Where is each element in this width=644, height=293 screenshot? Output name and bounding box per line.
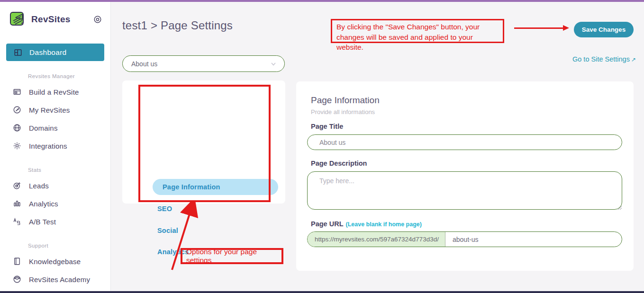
sidebar-item-ab-test[interactable]: A/B Test [0, 213, 110, 231]
tab-label: Page Information [163, 183, 220, 191]
sidebar-item-my-revsites[interactable]: My RevSites [0, 101, 110, 119]
chevron-down-icon [270, 61, 277, 67]
sidebar-item-revsites-academy[interactable]: RevSites Academy [0, 270, 110, 288]
app-window: RevSites Dashboard Revsites Manager [0, 0, 644, 293]
bar-chart-icon [13, 199, 21, 208]
sidebar-item-knowledgebase[interactable]: Knowledgebase [0, 252, 110, 270]
page-url-label: Page URL(Leave blank if home page) [311, 220, 422, 228]
options-annotation-box: Options for your page settings [181, 248, 283, 264]
grid-icon [14, 48, 22, 57]
sidebar-item-leads[interactable]: Leads [0, 177, 110, 195]
sidebar-item-label: RevSites Academy [29, 275, 90, 284]
form-title: Page Information [311, 95, 380, 106]
target-icon [13, 181, 21, 190]
section-label: Stats [0, 167, 110, 173]
save-annotation-box: By clicking the "Save Changes" button, y… [331, 19, 504, 43]
page-description-textarea[interactable] [307, 171, 622, 210]
sidebar-section-stats: Stats Leads Analytics [0, 167, 110, 231]
page-url-label-text: Page URL [311, 220, 344, 228]
tab-seo[interactable]: SEO [157, 205, 172, 213]
sidebar-item-label: My RevSites [29, 106, 70, 114]
revsites-logo-icon [9, 11, 26, 27]
page-title-input[interactable] [307, 134, 622, 150]
sidebar-item-label: Dashboard [29, 48, 67, 57]
academy-icon [13, 275, 21, 284]
sidebar-item-analytics[interactable]: Analytics [0, 195, 110, 213]
brand-name: RevSites [31, 14, 71, 25]
go-to-site-settings-link[interactable]: Go to Site Settings↗ [572, 55, 636, 63]
sidebar-item-label: Leads [29, 182, 49, 190]
annotation-arrow-right [514, 27, 563, 29]
page-title-label: Page Title [311, 123, 343, 130]
tab-social[interactable]: Social [157, 227, 178, 234]
page-url-prefix: https://myrevsites.com/597a67324d773d3d/ [308, 232, 445, 247]
book-icon [13, 257, 21, 266]
globe-icon [13, 124, 21, 132]
gear-icon [13, 142, 21, 150]
sidebar-item-label: Knowledgebase [29, 257, 81, 266]
external-link-icon: ↗ [631, 56, 636, 63]
page-dropdown-value: About us [131, 60, 157, 68]
link-label: Go to Site Settings [572, 55, 630, 63]
page-url-hint: (Leave blank if home page) [346, 221, 422, 228]
breadcrumb: test1 > Page Settings [122, 19, 233, 32]
sidebar-item-label: A/B Test [29, 218, 56, 226]
sidebar-item-label: Build a RevSite [29, 88, 79, 96]
save-changes-button[interactable]: Save Changes [574, 22, 634, 37]
form-subtitle: Provide all informations [311, 108, 375, 115]
brand-row: RevSites [0, 2, 110, 27]
top-accent-bar [0, 0, 644, 2]
sidebar-item-label: Analytics [29, 200, 58, 208]
page-information-card: Page Information Provide all information… [296, 81, 634, 271]
main-content: test1 > Page Settings By clicking the "S… [111, 0, 644, 293]
sidebar-section-manager: Revsites Manager Build a RevSite My RevS… [0, 73, 110, 155]
page-description-label: Page Description [311, 160, 367, 167]
compass-pen-icon [13, 106, 21, 114]
page-url-input[interactable] [445, 232, 622, 247]
ab-test-icon [13, 217, 21, 226]
page-url-group: https://myrevsites.com/597a67324d773d3d/ [307, 231, 622, 247]
sidebar-section-support: Support Knowledgebase RevSites Academy [0, 243, 110, 288]
section-label: Revsites Manager [0, 73, 110, 79]
page-dropdown[interactable]: About us [122, 55, 285, 72]
sidebar-item-integrations[interactable]: Integrations [0, 137, 110, 155]
section-label: Support [0, 243, 110, 249]
sidebar-item-domains[interactable]: Domains [0, 119, 110, 137]
bottom-edge-bar [0, 291, 644, 293]
browser-icon [13, 88, 21, 96]
sidebar-item-dashboard[interactable]: Dashboard [6, 44, 104, 61]
circle-dot-icon[interactable] [93, 15, 102, 24]
settings-tabs-card: Page Information SEO Social Analytics [122, 80, 285, 204]
sidebar: RevSites Dashboard Revsites Manager [0, 2, 111, 293]
tab-page-information[interactable]: Page Information [153, 179, 278, 195]
sidebar-item-label: Domains [29, 124, 58, 132]
sidebar-item-label: Integrations [29, 142, 67, 150]
sidebar-item-build-a-revsite[interactable]: Build a RevSite [0, 83, 110, 101]
